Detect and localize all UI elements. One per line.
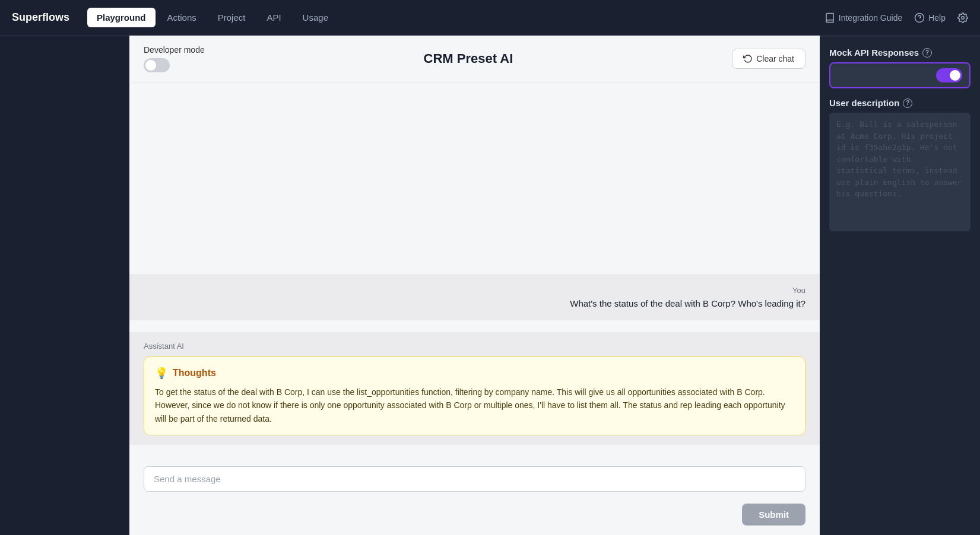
- right-sidebar: Mock API Responses ? User description ?: [820, 36, 980, 535]
- mock-api-title-row: Mock API Responses ?: [829, 47, 971, 58]
- settings-icon: [957, 12, 968, 23]
- chat-spacer: [144, 100, 805, 262]
- user-message-text: What's the status of the deal with B Cor…: [570, 298, 805, 308]
- mock-api-title-text: Mock API Responses: [829, 47, 919, 58]
- integration-guide-link[interactable]: Integration Guide: [824, 12, 902, 23]
- help-link[interactable]: Help: [914, 12, 946, 23]
- thoughts-title: 💡 Thoughts: [155, 367, 794, 380]
- chat-header: Developer mode CRM Preset AI Clear chat: [129, 36, 820, 82]
- mock-api-toggle-container: [829, 62, 971, 88]
- topnav: Superflows Playground Actions Project AP…: [0, 0, 980, 36]
- main-layout: Developer mode CRM Preset AI Clear chat …: [0, 36, 980, 535]
- mock-toggle-thumb: [950, 70, 960, 81]
- user-label: You: [792, 286, 805, 295]
- mock-api-help-icon[interactable]: ?: [922, 48, 932, 58]
- toggle-thumb: [145, 60, 156, 71]
- left-spacer: [0, 36, 129, 535]
- thoughts-box: 💡 Thoughts To get the status of the deal…: [144, 356, 805, 435]
- clear-chat-button[interactable]: Clear chat: [732, 49, 805, 69]
- submit-button[interactable]: Submit: [742, 504, 805, 526]
- user-description-section: User description ?: [829, 98, 971, 234]
- chat-title: CRM Preset AI: [424, 51, 513, 66]
- user-message: You What's the status of the deal with B…: [129, 274, 820, 320]
- user-description-textarea[interactable]: [829, 113, 971, 231]
- help-circle-icon: [914, 12, 925, 23]
- chat-input-area: [129, 457, 820, 499]
- book-icon: [824, 12, 835, 23]
- nav-tabs: Playground Actions Project API Usage: [87, 8, 824, 27]
- settings-link[interactable]: [957, 12, 968, 23]
- nav-tab-project[interactable]: Project: [208, 8, 255, 27]
- developer-mode-section: Developer mode: [144, 45, 205, 72]
- integration-guide-label: Integration Guide: [839, 13, 902, 23]
- clear-chat-label: Clear chat: [756, 54, 794, 63]
- message-input[interactable]: [144, 466, 805, 492]
- brand: Superflows: [12, 11, 69, 24]
- user-desc-help-icon[interactable]: ?: [903, 98, 912, 108]
- mock-api-toggle[interactable]: [936, 68, 962, 82]
- help-label: Help: [928, 13, 946, 23]
- bulb-icon: 💡: [155, 367, 168, 380]
- nav-tab-api[interactable]: API: [257, 8, 290, 27]
- user-desc-title-row: User description ?: [829, 98, 971, 108]
- developer-mode-toggle[interactable]: [144, 58, 170, 72]
- nav-tab-playground[interactable]: Playground: [87, 8, 156, 27]
- chat-messages: You What's the status of the deal with B…: [129, 82, 820, 457]
- nav-tab-actions[interactable]: Actions: [158, 8, 206, 27]
- thoughts-title-text: Thoughts: [173, 368, 216, 378]
- refresh-icon: [743, 54, 753, 63]
- assistant-label: Assistant AI: [144, 342, 805, 351]
- assistant-message: Assistant AI 💡 Thoughts To get the statu…: [129, 332, 820, 445]
- nav-tab-usage[interactable]: Usage: [293, 8, 338, 27]
- nav-right: Integration Guide Help: [824, 12, 968, 23]
- chat-container: Developer mode CRM Preset AI Clear chat …: [129, 36, 820, 535]
- mock-api-section: Mock API Responses ?: [829, 47, 971, 88]
- user-desc-title-text: User description: [829, 98, 899, 108]
- svg-point-2: [962, 16, 965, 19]
- thoughts-text: To get the status of the deal with B Cor…: [155, 386, 794, 425]
- developer-mode-label: Developer mode: [144, 45, 205, 55]
- chat-footer: Submit: [129, 499, 820, 535]
